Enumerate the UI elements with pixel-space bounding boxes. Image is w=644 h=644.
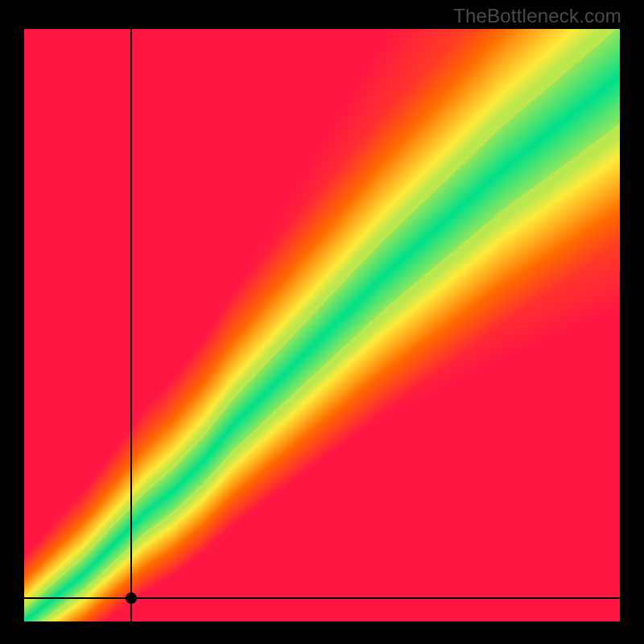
- crosshair-vertical: [130, 29, 132, 621]
- selected-point-marker: [126, 592, 137, 604]
- crosshair-horizontal: [24, 597, 620, 599]
- watermark-text: TheBottleneck.com: [453, 5, 621, 27]
- chart-frame: TheBottleneck.com: [0, 0, 644, 644]
- heatmap-canvas: [24, 29, 620, 621]
- plot-area: [24, 29, 620, 621]
